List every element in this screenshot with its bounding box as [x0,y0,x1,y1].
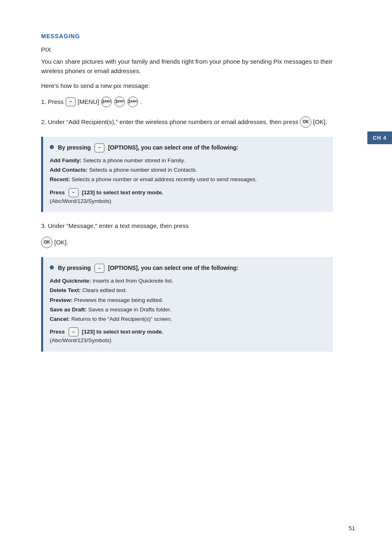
option-cancel-label: Cancel: [50,316,70,322]
infobox1-minus-key: − [94,144,106,151]
infobox2-bullet-text: By pressing [58,265,91,271]
step1-period: . [140,97,142,107]
infobox2-option-list: Add Quicknote: Inserts a text from Quick… [50,277,325,323]
infobox2-press-key: − [68,329,81,335]
step1-number: 1. [41,97,46,107]
option-add-contacts: Add Contacts: Selects a phone number sto… [50,166,325,174]
step3-bracket: [OK]. [54,239,68,246]
info-box-2: By pressing − [OPTIONS], you can select … [41,257,333,352]
infobox2-minus-key: − [94,265,106,271]
infobox2-press-word: Press [50,329,65,335]
info-box-1: By pressing − [OPTIONS], you can select … [41,137,333,212]
infobox1-options-label: [OPTIONS], you can select one of the fol… [108,144,238,151]
ok-key-3: OK [41,237,53,248]
option-add-contacts-text: Selects a phone number stored in Contact… [89,167,197,173]
option-delete-text: Delete Text: Clears edited text. [50,286,325,295]
ch-tab: CH 4 [367,131,392,144]
step-1: 1. Press − [MENU] 2ABC 3DEF 2ABC . [41,97,333,107]
minus-key-1: − [66,97,76,106]
step3-number: 3. [41,221,46,231]
step2-text: Under “Add Recipient(s),” enter the wire… [48,117,298,127]
infobox1-bullet-text: By pressing [58,144,91,151]
infobox1-press-bracket: [123] to select text entry mode. [82,189,163,195]
option-add-family: Add Family: Selects a phone number store… [50,157,325,165]
step2-bracket: [OK]. [313,117,327,127]
option-save-draft: Save as Draft: Saves a message in Drafts… [50,306,325,314]
infobox1-press-sub: (Abc/Word/123/Symbols) [50,198,111,204]
infobox2-press-bracket: [123] to select text entry mode. [82,329,163,335]
step-2: 2. Under “Add Recipient(s),” enter the w… [41,116,333,128]
option-preview: Preview: Previews the message being edit… [50,296,325,304]
infobox1-press-line: Press − [123] to select text entry mode.… [50,188,325,205]
intro-text: You can share pictures with your family … [41,57,333,76]
option-add-contacts-label: Add Contacts: [50,167,88,173]
infobox1-option-list: Add Family: Selects a phone number store… [50,157,325,184]
infobox2-press-sub: (Abc/Word/123/Symbols) [50,337,111,343]
option-cancel: Cancel: Returns to the “Add Recipient(s)… [50,315,325,323]
option-recent-label: Recent: [50,176,70,182]
option-quicknote: Add Quicknote: Inserts a text from Quick… [50,277,325,285]
option-add-family-label: Add Family: [50,157,81,163]
option-quicknote-label: Add Quicknote: [50,278,91,284]
option-preview-text: Previews the message being edited. [74,297,163,303]
step3-text: Under “Message,” enter a text message, t… [48,221,189,231]
section-heading: MESSAGING [41,33,333,39]
bullet-dot-1 [50,145,54,149]
key-3def: 3DEF [114,97,125,107]
key-2abc-1: 2ABC [101,97,112,107]
option-save-draft-text: Saves a message in Drafts folder. [88,306,171,313]
option-add-family-text: Selects a phone number stored in Family. [83,157,185,163]
option-quicknote-text: Inserts a text from Quicknote list. [92,278,173,284]
option-delete-text-text: Clears edited text. [82,287,127,293]
option-recent: Recent: Selects a phone number or email … [50,175,325,184]
page-number: 51 [348,525,355,532]
option-recent-text: Selects a phone number or email address … [71,176,257,182]
subsection-title: PIX [41,46,333,53]
option-delete-text-label: Delete Text: [50,287,81,293]
option-cancel-text: Returns to the “Add Recipient(s)” screen… [71,316,172,322]
step1-menu: [MENU] [78,97,99,107]
option-save-draft-label: Save as Draft: [50,306,87,313]
infobox1-press-word: Press [50,189,65,195]
step-3: 3. Under “Message,” enter a text message… [41,221,333,248]
option-preview-label: Preview: [50,297,73,303]
step2-number: 2. [41,117,46,127]
infobox2-press-line: Press − [123] to select text entry mode.… [50,327,325,345]
step1-press: Press [48,97,64,107]
infobox2-options-label: [OPTIONS], you can select one of the fol… [108,265,238,271]
sidebar: CH 4 [357,0,392,548]
bullet-dot-2 [50,265,54,269]
infobox1-press-key: − [68,189,81,195]
how-to-text: Here's how to send a new pix message: [41,81,333,91]
key-2abc-2: 2ABC [127,97,138,107]
ok-key-2: OK [300,116,311,128]
